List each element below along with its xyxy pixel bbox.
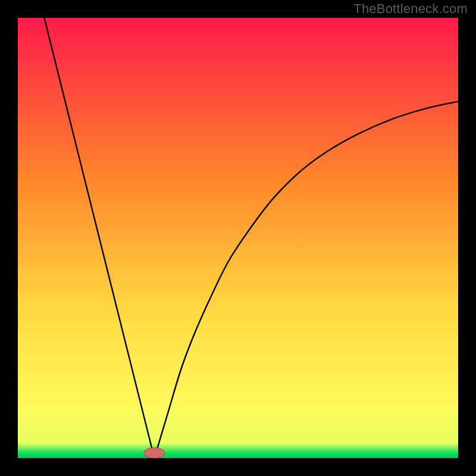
optimal-marker <box>144 447 165 458</box>
bottleneck-chart <box>0 0 476 476</box>
chart-frame: { "attribution": "TheBottleneck.com", "c… <box>0 0 476 476</box>
plot-background <box>18 18 458 458</box>
